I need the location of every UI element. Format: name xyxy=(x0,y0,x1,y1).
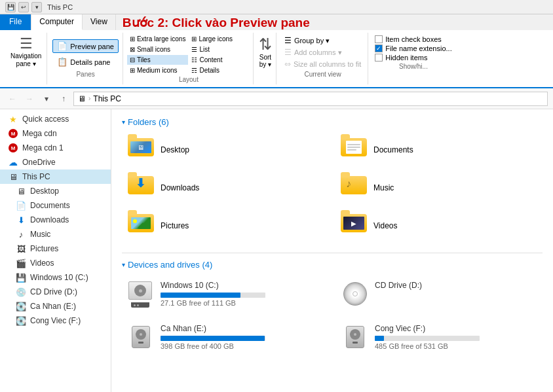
recent-button[interactable]: ▾ xyxy=(39,92,54,106)
sidebar-item-drive-f[interactable]: 💽 Cong Viec (F:) xyxy=(0,313,111,328)
desktop-folder-icon: 🖥 xyxy=(16,186,26,196)
add-columns-icon: ☰ xyxy=(284,48,292,57)
folder-item-music[interactable]: ♪ Music xyxy=(335,171,543,204)
drives-chevron: ▾ xyxy=(122,261,125,268)
tiles-btn[interactable]: ⊟ Tiles xyxy=(127,55,188,65)
extra-large-label: Extra large icons xyxy=(137,35,185,43)
item-checkboxes-toggle[interactable]: Item check boxes xyxy=(375,35,452,43)
details-btn[interactable]: ☶ Details xyxy=(189,65,250,75)
tab-file[interactable]: File xyxy=(0,14,31,30)
pictures-folder-icon xyxy=(128,214,154,238)
ribbon-content: ☰ Navigationpane ▾ 📄 Preview pane 📋 Deta… xyxy=(0,30,553,88)
ribbon: File Computer View Bước 2: Click vào Pre… xyxy=(0,14,553,88)
layout-section: ⊞ Extra large icons ⊞ Large icons ⊠ Smal… xyxy=(124,33,254,84)
add-columns-button[interactable]: ☰ Add columns ▾ xyxy=(283,47,362,58)
folders-section: ▾ Folders (6) 🖥 xyxy=(122,117,543,242)
music-folder-icon: ♪ xyxy=(16,229,26,240)
tab-view[interactable]: View xyxy=(83,14,116,30)
extra-large-icons-btn[interactable]: ⊞ Extra large icons xyxy=(127,34,188,44)
sidebar-item-documents[interactable]: 📄 Documents xyxy=(0,198,111,213)
size-columns-label: Size all columns to fit xyxy=(294,60,361,68)
drive-d-icon: 💿 xyxy=(16,287,26,297)
sidebar-item-onedrive[interactable]: ☁ OneDrive xyxy=(0,155,111,169)
mega-cdn1-icon: M xyxy=(8,143,18,153)
large-icons-btn[interactable]: ⊞ Large icons xyxy=(189,34,250,44)
group-by-button[interactable]: ☰ Group by ▾ xyxy=(283,35,362,46)
sidebar-item-downloads[interactable]: ⬇ Downloads xyxy=(0,213,111,227)
content-btn[interactable]: ☷ Content xyxy=(189,55,250,65)
drive-f-icon xyxy=(342,324,368,350)
music-folder-icon: ♪ xyxy=(341,176,367,200)
details-label: Details xyxy=(199,67,219,74)
quick-access-icon: ★ xyxy=(8,114,18,124)
drive-c-info: Windows 10 (C:) 27.1 GB free of 111 GB xyxy=(161,281,322,307)
annotation-text: Bước 2: Click vào Preview pane xyxy=(123,15,310,30)
folder-item-desktop[interactable]: 🖥 Desktop xyxy=(122,134,330,166)
drive-e-name: Ca Nhan (E:) xyxy=(161,324,322,333)
drive-item-c[interactable]: Windows 10 (C:) 27.1 GB free of 111 GB xyxy=(122,276,328,312)
sidebar-item-pictures[interactable]: 🖼 Pictures xyxy=(0,241,111,256)
up-button[interactable]: ↑ xyxy=(56,92,71,106)
sidebar-item-label: Music xyxy=(30,230,50,239)
drive-item-f[interactable]: Cong Viec (F:) 485 GB free of 531 GB xyxy=(336,319,543,355)
back-button[interactable]: ← xyxy=(5,92,20,106)
drive-d-info: CD Drive (D:) xyxy=(375,281,537,293)
drive-item-d[interactable]: CD Drive (D:) xyxy=(336,276,543,312)
preview-pane-button[interactable]: 📄 Preview pane xyxy=(52,39,119,53)
layout-label: Layout xyxy=(127,76,250,83)
onedrive-icon: ☁ xyxy=(8,157,18,168)
size-columns-button[interactable]: ⇔ Size all columns to fit xyxy=(283,59,362,69)
list-btn[interactable]: ☰ List xyxy=(189,45,250,54)
forward-button[interactable]: → xyxy=(22,92,37,106)
small-icons-btn[interactable]: ⊠ Small icons xyxy=(127,45,188,54)
sidebar-item-desktop[interactable]: 🖥 Desktop xyxy=(0,184,111,198)
preview-pane-label: Preview pane xyxy=(70,43,114,50)
drive-e-bar xyxy=(161,336,265,341)
sidebar-item-this-pc[interactable]: 🖥 This PC xyxy=(0,169,111,184)
drives-header-text: Devices and drives (4) xyxy=(128,260,212,270)
small-icons-label: Small icons xyxy=(137,46,170,53)
pictures-folder-name: Pictures xyxy=(161,221,189,230)
downloads-folder-icon: ⬇ xyxy=(16,215,26,225)
sidebar-item-label: OneDrive xyxy=(22,158,56,167)
drive-e-info: Ca Nhan (E:) 398 GB free of 400 GB xyxy=(161,324,322,350)
sidebar-item-drive-e[interactable]: 💽 Ca Nhan (E:) xyxy=(0,299,111,313)
pictures-folder-icon: 🖼 xyxy=(16,243,26,254)
documents-folder-icon xyxy=(341,138,367,162)
sidebar-item-drive-c[interactable]: 💾 Windows 10 (C:) xyxy=(0,270,111,285)
mega-cdn-icon: M xyxy=(8,128,18,139)
section-divider xyxy=(122,253,543,253)
sidebar-item-music[interactable]: ♪ Music xyxy=(0,227,111,241)
drive-item-e[interactable]: Ca Nhan (E:) 398 GB free of 400 GB xyxy=(122,319,328,355)
folder-item-videos[interactable]: ▶ Videos xyxy=(335,209,543,242)
desktop-folder-name: Desktop xyxy=(161,145,189,154)
address-path[interactable]: 🖥 › This PC xyxy=(73,92,548,106)
dropdown-icon: ▾ xyxy=(31,2,42,12)
drive-f-free: 485 GB free of 531 GB xyxy=(375,342,537,350)
file-extensions-toggle[interactable]: ✓ File name extensio... xyxy=(375,45,452,52)
sidebar-item-quick-access[interactable]: ★ Quick access xyxy=(0,112,111,126)
sidebar-item-videos[interactable]: 🎬 Videos xyxy=(0,256,111,270)
drive-d-name: CD Drive (D:) xyxy=(375,281,537,290)
sidebar-item-mega-cdn[interactable]: M Mega cdn xyxy=(0,126,111,141)
downloads-folder-icon: ⬇ xyxy=(128,176,154,200)
tiles-label: Tiles xyxy=(137,56,151,63)
sidebar-item-label: Videos xyxy=(30,258,54,268)
sidebar-item-drive-d[interactable]: 💿 CD Drive (D:) xyxy=(0,285,111,299)
folder-item-documents[interactable]: Documents xyxy=(335,134,543,166)
medium-icons-btn[interactable]: ⊞ Medium icons xyxy=(127,65,188,75)
folder-item-downloads[interactable]: ⬇ Downloads xyxy=(122,171,330,204)
hidden-items-toggle[interactable]: Hidden items xyxy=(375,54,452,62)
content-label: Content xyxy=(199,56,222,63)
sidebar-item-mega-cdn1[interactable]: M Mega cdn 1 xyxy=(0,141,111,155)
folder-item-pictures[interactable]: Pictures xyxy=(122,209,330,242)
drive-c-icon xyxy=(128,281,154,307)
drive-f-info: Cong Viec (F:) 485 GB free of 531 GB xyxy=(375,324,537,350)
panes-label: Panes xyxy=(52,71,119,78)
details-pane-button[interactable]: 📋 Details pane xyxy=(52,55,119,69)
navigation-pane-button[interactable]: ☰ Navigationpane ▾ xyxy=(5,33,47,84)
folders-chevron: ▾ xyxy=(122,118,125,126)
folders-header-text: Folders (6) xyxy=(128,117,169,127)
tab-computer[interactable]: Computer xyxy=(31,14,83,30)
drive-e-icon: 💽 xyxy=(16,301,26,312)
